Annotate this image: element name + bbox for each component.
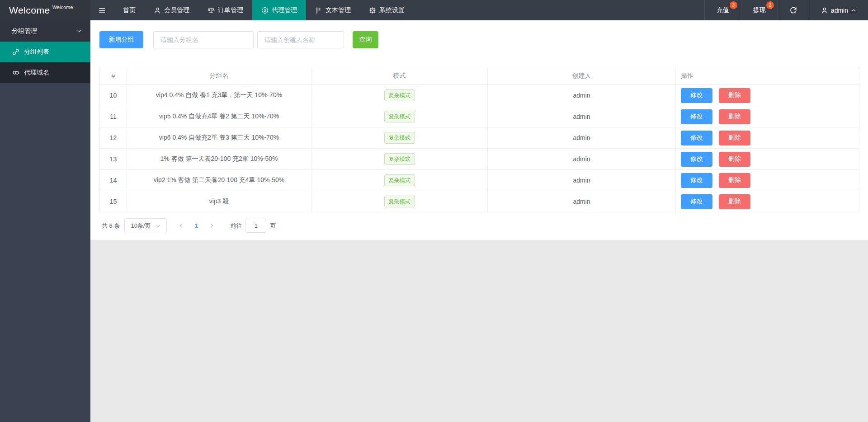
row-id: 12 <box>100 127 127 149</box>
sidebar-toggle-button[interactable] <box>90 0 114 20</box>
navbar-menu: 首页 会员管理 订单管理 代理管理 文本管理 系统设置 <box>114 0 414 20</box>
page-size-select[interactable]: 10条/页 <box>124 218 167 233</box>
delete-button[interactable]: 删除 <box>719 131 750 145</box>
mode-badge: 复杂模式 <box>384 132 415 144</box>
mode-badge: 复杂模式 <box>384 153 415 165</box>
chevron-right-icon <box>209 223 215 229</box>
recharge-button[interactable]: 充值 3 <box>704 0 741 20</box>
logo-sup: Welcome <box>52 5 73 10</box>
nav-item-settings[interactable]: 系统设置 <box>360 0 414 20</box>
chevron-up-icon <box>851 8 856 13</box>
col-header-id: # <box>100 67 127 85</box>
sidebar-group-header[interactable]: 分组管理 <box>0 20 90 42</box>
creator-name-input[interactable] <box>257 31 344 48</box>
navbar-spacer <box>414 0 704 20</box>
toolbar: 新增分组 查询 <box>99 31 859 48</box>
link-icon <box>12 48 19 56</box>
gear-icon <box>369 7 376 14</box>
row-group-name: vip3 殺 <box>127 191 311 212</box>
row-creator: admin <box>488 191 676 212</box>
main-content: 新增分组 查询 # 分组名 模式 创建人 操作 <box>90 20 868 422</box>
add-group-button[interactable]: 新增分组 <box>99 31 143 48</box>
pagination: 共 6 条 10条/页 1 前往 页 <box>99 218 859 233</box>
delete-button[interactable]: 删除 <box>719 173 750 188</box>
table-row: 15 vip3 殺 复杂模式 admin 修改 删除 <box>100 191 859 212</box>
table-row: 11 vip5 0.4% 自做充4單 養2 第二天 10%-70% 复杂模式 a… <box>100 106 859 127</box>
col-header-creator: 创建人 <box>488 67 676 85</box>
delete-button[interactable]: 删除 <box>719 109 750 124</box>
row-id: 14 <box>100 170 127 191</box>
mode-badge: 复杂模式 <box>384 196 415 207</box>
dollar-circle-icon <box>261 7 269 14</box>
page-jump: 前往 页 <box>230 219 276 233</box>
notification-badge: 3 <box>730 1 737 9</box>
goto-page-input[interactable] <box>245 219 266 233</box>
row-creator: admin <box>488 85 676 106</box>
group-name-input[interactable] <box>153 31 254 48</box>
navbar-right: admin 充值 3 提现 2 <box>704 0 868 20</box>
next-page-button[interactable] <box>204 218 219 233</box>
mode-badge: 复杂模式 <box>384 89 415 101</box>
logo: Welcome Welcome <box>0 0 90 20</box>
edit-button[interactable]: 修改 <box>681 152 712 167</box>
edit-button[interactable]: 修改 <box>681 131 712 145</box>
delete-button[interactable]: 删除 <box>719 152 750 167</box>
logo-main: Welcome <box>9 5 50 16</box>
row-group-name: 1% 客做 第一天養20-100 充2單 10%-50% <box>127 149 311 170</box>
nav-item-agents[interactable]: 代理管理 <box>252 0 306 20</box>
row-creator: admin <box>488 127 676 149</box>
refresh-button[interactable] <box>778 0 809 20</box>
edit-button[interactable]: 修改 <box>681 109 712 124</box>
row-group-name: vip6 0.4% 自做充2單 養3 第三天 10%-70% <box>127 127 311 149</box>
nav-item-home[interactable]: 首页 <box>114 0 145 20</box>
nav-item-orders[interactable]: 订单管理 <box>198 0 252 20</box>
chevron-down-icon <box>156 223 161 229</box>
row-creator: admin <box>488 106 676 127</box>
prev-page-button[interactable] <box>173 218 189 233</box>
withdraw-button[interactable]: 提现 2 <box>741 0 778 20</box>
page-number-1[interactable]: 1 <box>189 222 203 229</box>
pagination-total: 共 6 条 <box>102 222 120 230</box>
user-menu[interactable]: admin <box>809 0 868 20</box>
row-creator: admin <box>488 149 676 170</box>
table-header-row: # 分组名 模式 创建人 操作 <box>100 67 859 85</box>
delete-button[interactable]: 删除 <box>719 88 750 103</box>
table-row: 14 vip2 1% 客做 第二天養20-100 充4單 10%-50% 复杂模… <box>100 170 859 191</box>
notification-badge: 2 <box>766 1 774 9</box>
user-icon <box>821 7 828 14</box>
person-icon <box>154 7 161 14</box>
top-navbar: Welcome Welcome 首页 会员管理 订单管理 代理管理 文本管理 系… <box>0 0 868 20</box>
row-id: 10 <box>100 85 127 106</box>
page-label: 页 <box>270 222 276 230</box>
table-row: 12 vip6 0.4% 自做充2單 養3 第三天 10%-70% 复杂模式 a… <box>100 127 859 149</box>
content-card: 新增分组 查询 # 分组名 模式 创建人 操作 <box>90 20 868 240</box>
chevron-left-icon <box>178 223 184 229</box>
goto-label: 前往 <box>230 222 242 230</box>
groups-table: # 分组名 模式 创建人 操作 10 vip4 0.4% 自做 養1 充3單，第… <box>99 67 859 212</box>
delete-button[interactable]: 删除 <box>719 194 750 209</box>
row-group-name: vip2 1% 客做 第二天養20-100 充4單 10%-50% <box>127 170 311 191</box>
sidebar-item-group-list[interactable]: 分组列表 <box>0 42 90 62</box>
sidebar-group-header-label: 分组管理 <box>12 27 76 35</box>
scale-icon <box>208 7 215 14</box>
nav-item-texts[interactable]: 文本管理 <box>306 0 360 20</box>
chevron-down-icon <box>76 28 82 34</box>
nav-item-members[interactable]: 会员管理 <box>145 0 198 20</box>
col-header-ops: 操作 <box>676 67 859 85</box>
mode-badge: 复杂模式 <box>384 111 415 122</box>
edit-button[interactable]: 修改 <box>681 173 712 188</box>
edit-button[interactable]: 修改 <box>681 194 712 209</box>
row-group-name: vip4 0.4% 自做 養1 充3單，第一天 10%-70% <box>127 85 311 106</box>
edit-button[interactable]: 修改 <box>681 88 712 103</box>
user-name: admin <box>831 7 848 14</box>
row-id: 11 <box>100 106 127 127</box>
mode-badge: 复杂模式 <box>384 174 415 186</box>
search-button[interactable]: 查询 <box>353 31 378 48</box>
sidebar-item-agent-domain[interactable]: 代理域名 <box>0 62 90 83</box>
unlink-icon <box>12 69 19 76</box>
table-row: 10 vip4 0.4% 自做 養1 充3單，第一天 10%-70% 复杂模式 … <box>100 85 859 106</box>
row-creator: admin <box>488 170 676 191</box>
col-header-name: 分组名 <box>127 67 311 85</box>
refresh-icon <box>790 7 797 14</box>
table-row: 13 1% 客做 第一天養20-100 充2單 10%-50% 复杂模式 adm… <box>100 149 859 170</box>
